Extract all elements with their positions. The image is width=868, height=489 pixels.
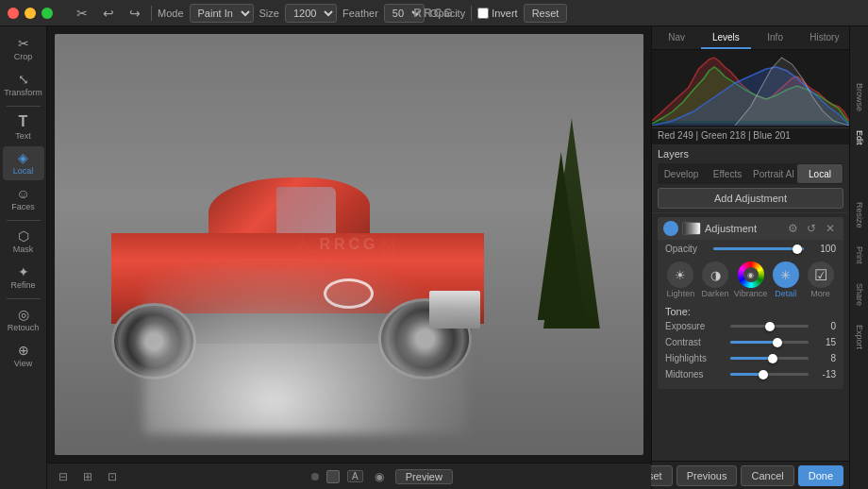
layers-tab-develop[interactable]: Develop [659,164,704,183]
sidebar-tool-faces[interactable]: ☺ Faces [3,182,44,216]
sidebar-tool-mask[interactable]: ⬡ Mask [3,225,44,259]
traffic-lights [8,8,53,19]
tone-section: Tone: Exposure 0 Contr [658,302,843,389]
canvas-bottom-left: ⊟ ⊞ ⊡ [55,468,121,485]
layers-tab-portrait[interactable]: Portrait AI [751,164,796,183]
sidebar-tool-text[interactable]: T Text [3,110,44,144]
text-icon: T [19,114,28,129]
close-button[interactable] [8,8,19,19]
nav-tab-history[interactable]: History [800,26,849,49]
highlights-thumb[interactable] [768,354,777,363]
contrast-thumb[interactable] [773,338,782,347]
layers-title: Layers [658,148,843,160]
mode-label: Mode [158,8,184,19]
mask-icon: ⬡ [18,229,29,243]
transform-icon: ⤡ [18,73,29,86]
reset-adj-icon[interactable]: ↺ [804,221,819,236]
contrast-row: Contrast 15 [665,337,836,347]
opacity-fill [713,247,804,250]
opacity-slider[interactable] [713,247,804,250]
opacity-thumb[interactable] [793,244,802,254]
settings-icon[interactable]: ⚙ [785,221,800,236]
sidebar-tool-view[interactable]: ⊕ View [3,339,44,373]
nav-tab-levels[interactable]: Levels [701,26,750,49]
contrast-fill [730,341,777,344]
nav-tab-info[interactable]: Info [751,26,800,49]
resize-btn[interactable]: Resize [855,202,864,228]
darken-tool[interactable]: ◑ [702,261,728,288]
export-btn[interactable]: Export [855,325,864,349]
sidebar-tool-transform[interactable]: ⤡ Transform [3,68,44,102]
preview-button[interactable]: Preview [395,469,453,484]
invert-check[interactable] [477,8,489,19]
sidebar-tool-local[interactable]: ◈ Local [3,146,44,180]
bottom-checkbox[interactable] [326,470,340,483]
detail-label: Detail [775,289,796,298]
sidebar-tool-refine[interactable]: ✦ Refine [3,261,44,295]
invert-label: Invert [492,8,518,19]
grid-icon[interactable]: ⊞ [79,468,96,485]
right-panel-scroll[interactable]: Layers Develop Effects Portrait AI [652,144,849,461]
visibility-icon[interactable] [663,221,678,236]
midtones-thumb[interactable] [759,370,768,379]
reset-button[interactable]: Reset [524,4,568,23]
exposure-row: Exposure 0 [665,321,836,331]
invert-checkbox[interactable]: Invert [477,8,518,19]
opacity-label: Opacity [665,244,708,254]
sidebar-tool-crop[interactable]: ✂ Crop [3,32,44,66]
midtones-slider[interactable] [730,373,809,376]
contrast-value: 15 [812,337,836,347]
toolbar-icon-undo[interactable]: ↩ [98,3,119,24]
toolbar-icon-redo[interactable]: ↪ [125,3,145,24]
layers-tabs: Develop Effects Portrait AI Local [658,163,843,184]
right-panel: Nav Levels Info History [651,26,849,489]
canvas-image: 人人素材 RRCG [55,34,643,455]
highlights-fill [730,357,773,360]
mode-select[interactable]: Paint In [190,4,254,23]
opacity-value: 100 [810,244,836,254]
detail-tool[interactable]: ✳ [773,261,799,288]
refine-icon: ✦ [18,265,29,278]
done-button[interactable]: Done [798,465,843,486]
more-tool[interactable]: ☑ [808,261,834,288]
maximize-button[interactable] [42,8,53,19]
sidebar-tool-retouch[interactable]: ◎ Retouch [3,303,44,337]
crop-label: Crop [14,52,33,61]
minimize-button[interactable] [25,8,36,19]
edit-tab[interactable]: Edit [855,130,864,145]
close-adj-icon[interactable]: ✕ [823,221,838,236]
lighten-tool[interactable]: ☀ [667,261,693,288]
highlights-slider[interactable] [730,357,809,360]
cancel-button[interactable]: Cancel [741,465,793,486]
nav-tab-nav[interactable]: Nav [652,26,701,49]
toolbar-icon-scissors[interactable]: ✂ [72,3,92,24]
vibrance-tool[interactable]: ◉ [738,261,764,288]
mask-label: Mask [13,244,34,254]
toolbar: ✂ ↩ ↪ Mode Paint In Size 1200 Feather 50… [72,3,567,24]
canvas-wrapper[interactable]: 人人素材 RRCG [55,34,643,455]
previous-button[interactable]: Previous [676,465,738,486]
text-label: Text [15,131,31,141]
nav-tabs: Nav Levels Info History [652,26,849,50]
exposure-slider[interactable] [730,325,809,328]
size-select[interactable]: 1200 [285,4,337,23]
add-adjustment-button[interactable]: Add Adjustment [658,188,843,209]
histogram-info: Red 249 | Green 218 | Blue 201 [652,127,849,143]
canvas-bottom-bar: ⊟ ⊞ ⊡ A ◉ Preview [47,463,651,489]
layers-tab-local[interactable]: Local [797,164,843,183]
action-buttons-bar: Reset All Reset Previous Cancel Done [652,461,849,489]
contrast-slider[interactable] [730,341,809,344]
adjustment-header: Adjustment ⚙ ↺ ✕ [658,217,843,240]
vibrance-label: Vibrance [734,289,767,298]
nav-icon[interactable]: ◉ [371,468,388,485]
print-btn[interactable]: Print [855,246,864,264]
retouch-icon: ◎ [18,308,29,321]
browse-tab[interactable]: Browse [855,83,864,111]
exposure-thumb[interactable] [765,322,775,331]
right-panel-area: Nav Levels Info History [651,26,868,489]
share-btn[interactable]: Share [855,283,864,306]
monitor-icon[interactable]: ⊟ [55,468,72,485]
layers-tab-effects[interactable]: Effects [705,164,750,183]
faces-label: Faces [11,202,35,211]
layout-icon[interactable]: ⊡ [104,468,121,485]
